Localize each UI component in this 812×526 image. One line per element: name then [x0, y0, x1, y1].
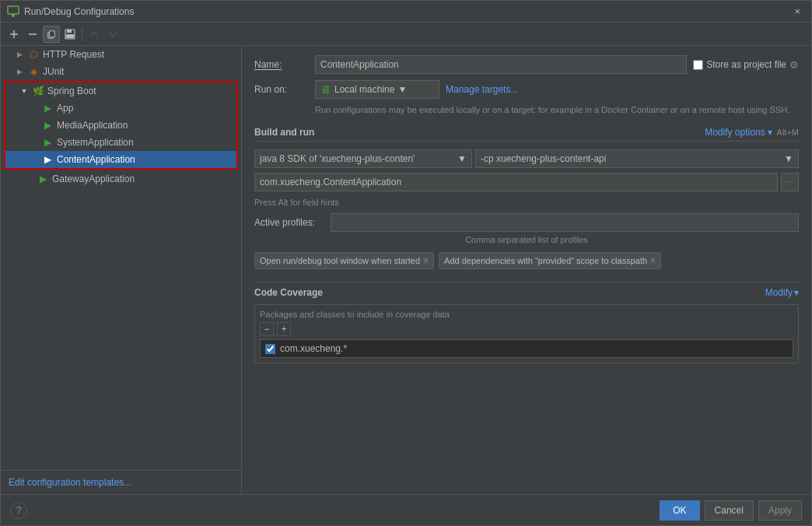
- modify-options-arrow: ▾: [768, 127, 772, 138]
- coverage-list: com.xuecheng.*: [260, 339, 793, 358]
- apply-button[interactable]: Apply: [758, 500, 802, 521]
- close-button[interactable]: ×: [789, 4, 805, 19]
- move-down-button[interactable]: [104, 26, 121, 43]
- title-bar-left: Run/Debug Configurations: [7, 5, 134, 18]
- http-request-icon: ⬡: [27, 48, 40, 61]
- coverage-body: Packages and classes to include in cover…: [254, 304, 799, 363]
- run-debug-configurations-window: Run/Debug Configurations ×: [0, 0, 812, 526]
- help-button[interactable]: ?: [10, 502, 27, 519]
- content-application-label: ContentApplication: [57, 154, 135, 165]
- main-class-input[interactable]: [254, 173, 778, 191]
- shortcut-hint: Alt+M: [777, 128, 799, 137]
- copy-config-button[interactable]: [43, 26, 60, 43]
- move-up-button[interactable]: [86, 26, 103, 43]
- build-run-section-header: Build and run Modify options ▾ Alt+M: [254, 127, 799, 142]
- active-profiles-input[interactable]: [331, 213, 799, 232]
- build-run-title: Build and run: [254, 127, 314, 138]
- run-on-value: Local machine: [334, 84, 394, 95]
- name-row: Name: Store as project file ⚙: [254, 55, 799, 74]
- run-on-label: Run on:: [254, 84, 309, 95]
- system-run-icon: ▶: [41, 136, 54, 149]
- ok-button[interactable]: OK: [660, 500, 699, 521]
- tree-arrow-http: ▶: [15, 51, 24, 58]
- coverage-header: Code Coverage Modify ▾: [254, 282, 799, 298]
- name-label: Name:: [254, 59, 309, 70]
- active-profiles-row: Active profiles:: [254, 213, 799, 232]
- main-content: ▶ ⬡ HTTP Request ▶ ◈ JUnit ▼ 🌿 Spring Bo…: [1, 46, 811, 494]
- run-on-select[interactable]: 🖥 Local machine ▼: [315, 80, 439, 99]
- store-project-row: Store as project file ⚙: [693, 59, 799, 71]
- tags-row: Open run/debug tool window when started …: [254, 252, 799, 269]
- add-config-button[interactable]: [5, 26, 23, 43]
- http-request-label: HTTP Request: [43, 49, 104, 60]
- sidebar-item-junit[interactable]: ▶ ◈ JUnit: [1, 63, 241, 80]
- svg-rect-6: [49, 30, 54, 37]
- coverage-title: Code Coverage: [254, 287, 323, 298]
- app-label: App: [57, 103, 73, 114]
- cp-select[interactable]: -cp xuecheng-plus-content-api ▼: [475, 149, 799, 168]
- tag-run-debug: Open run/debug tool window when started …: [254, 252, 434, 269]
- remove-config-button[interactable]: [24, 26, 41, 43]
- sidebar-item-content-application[interactable]: ▶ ▶ ContentApplication: [5, 151, 236, 168]
- edit-config-templates-area: Edit configuration templates...: [1, 470, 241, 494]
- tag-run-debug-close[interactable]: ×: [423, 256, 429, 265]
- sidebar-item-app[interactable]: ▶ ▶ App: [5, 100, 236, 117]
- coverage-item-checkbox[interactable]: [265, 344, 275, 354]
- sdk-dropdown-arrow: ▼: [457, 153, 467, 164]
- coverage-remove-button[interactable]: −: [260, 322, 274, 336]
- tag-provided-scope: Add dependencies with "provided" scope t…: [439, 252, 661, 269]
- press-alt-hint: Press Alt for field hints: [254, 198, 799, 207]
- modify-options-button[interactable]: Modify options ▾: [705, 127, 772, 138]
- content-run-icon: ▶: [41, 153, 54, 166]
- edit-config-templates-link[interactable]: Edit configuration templates...: [9, 477, 131, 488]
- coverage-add-button[interactable]: +: [277, 322, 291, 336]
- gateway-run-icon: ▶: [37, 173, 49, 185]
- store-project-gear-icon[interactable]: ⚙: [789, 59, 799, 71]
- left-panel: ▶ ⬡ HTTP Request ▶ ◈ JUnit ▼ 🌿 Spring Bo…: [1, 46, 242, 494]
- active-profiles-label: Active profiles:: [254, 217, 324, 228]
- browse-main-class-button[interactable]: ⋯: [781, 173, 799, 191]
- sidebar-item-gateway-application[interactable]: ▶ ▶ GatewayApplication: [1, 170, 241, 188]
- junit-icon: ◈: [27, 65, 40, 78]
- window-icon: [7, 5, 19, 18]
- svg-rect-9: [66, 34, 74, 38]
- cp-value: -cp xuecheng-plus-content-api: [481, 153, 606, 164]
- tree-spacer: [1, 188, 241, 470]
- gateway-application-label: GatewayApplication: [52, 174, 135, 184]
- right-panel: Name: Store as project file ⚙ Run on: 🖥 …: [242, 46, 811, 494]
- sidebar-item-http-request[interactable]: ▶ ⬡ HTTP Request: [1, 46, 241, 63]
- code-coverage-section: Code Coverage Modify ▾ Packages and clas…: [254, 282, 799, 363]
- name-input[interactable]: [315, 55, 687, 74]
- coverage-item-xuecheng: com.xuecheng.*: [265, 343, 788, 354]
- coverage-toolbar: − +: [260, 322, 793, 336]
- sdk-select[interactable]: java 8 SDK of 'xuecheng-plus-conten' ▼: [254, 149, 472, 168]
- coverage-item-label: com.xuecheng.*: [280, 343, 347, 354]
- cancel-button[interactable]: Cancel: [705, 500, 754, 521]
- cp-dropdown-arrow: ▼: [784, 153, 793, 164]
- junit-label: JUnit: [43, 66, 64, 77]
- spring-boot-label: Spring Boot: [47, 86, 96, 96]
- run-on-dropdown-arrow: ▼: [397, 84, 407, 95]
- bottom-actions: OK Cancel Apply: [660, 500, 802, 521]
- modify-options-area: Modify options ▾ Alt+M: [705, 127, 799, 138]
- profiles-hint: Comma separated list of profiles: [254, 235, 799, 244]
- coverage-modify-button[interactable]: Modify ▾: [765, 287, 799, 298]
- coverage-modify-arrow: ▾: [794, 287, 799, 298]
- run-on-row: Run on: 🖥 Local machine ▼ Manage targets…: [254, 80, 799, 99]
- save-config-button[interactable]: [61, 26, 79, 43]
- store-project-checkbox[interactable]: [693, 60, 703, 70]
- tag-run-debug-label: Open run/debug tool window when started: [260, 256, 420, 265]
- sdk-row: java 8 SDK of 'xuecheng-plus-conten' ▼ -…: [254, 149, 799, 168]
- sidebar-item-media-application[interactable]: ▶ ▶ MediaApplication: [5, 117, 236, 134]
- store-project-label: Store as project file: [706, 59, 786, 70]
- sdk-value: java 8 SDK of 'xuecheng-plus-conten': [260, 153, 415, 164]
- run-hint-text: Run configurations may be executed local…: [254, 105, 799, 114]
- run-on-icon: 🖥: [320, 83, 331, 96]
- sidebar-item-system-application[interactable]: ▶ ▶ SystemApplication: [5, 134, 236, 151]
- tag-provided-scope-close[interactable]: ×: [650, 256, 656, 265]
- svg-point-1: [12, 14, 15, 17]
- manage-targets-link[interactable]: Manage targets...: [446, 84, 518, 95]
- sidebar-item-spring-boot[interactable]: ▼ 🌿 Spring Boot: [5, 82, 236, 100]
- main-class-row: ⋯: [254, 173, 799, 191]
- system-application-label: SystemApplication: [57, 137, 134, 148]
